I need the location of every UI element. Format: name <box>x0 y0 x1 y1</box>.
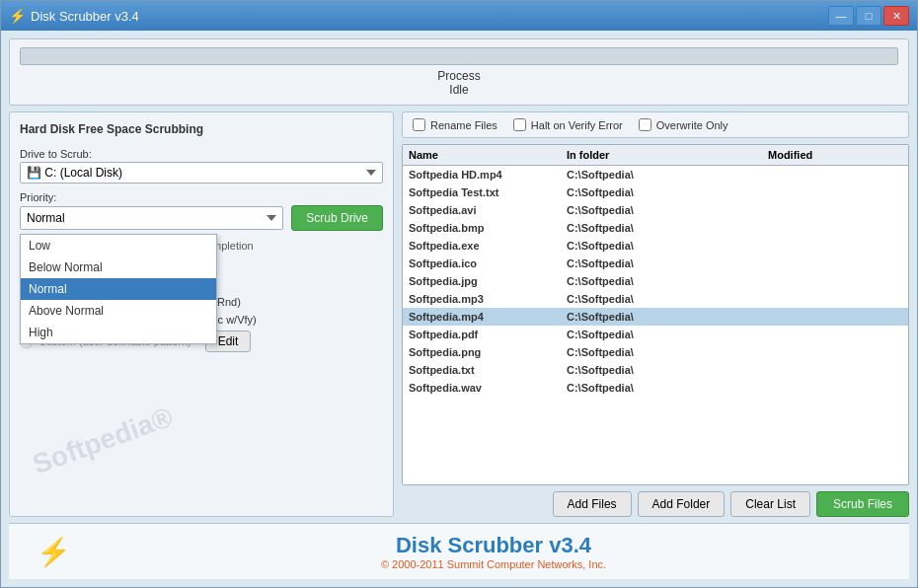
col-header-folder: In folder <box>567 149 768 161</box>
file-actions-row: Add Files Add Folder Clear List Scrub Fi… <box>402 491 909 517</box>
table-row[interactable]: Softpedia.exeC:\Softpedia\ <box>403 237 908 255</box>
table-row[interactable]: Softpedia.jpgC:\Softpedia\ <box>403 272 908 290</box>
col-header-scroll <box>886 149 902 161</box>
table-row[interactable]: Softpedia.pngC:\Softpedia\ <box>403 343 908 361</box>
app-icon: ⚡ <box>9 8 25 24</box>
col-header-name: Name <box>409 149 567 161</box>
window-body: Process Idle Hard Disk Free Space Scrubb… <box>1 31 917 587</box>
halt-verify-checkbox[interactable] <box>513 118 526 131</box>
drive-label: Drive to Scrub: <box>20 148 383 160</box>
priority-select-wrapper: Normal Low Below Normal Normal Above Nor… <box>20 206 283 230</box>
priority-row: Normal Low Below Normal Normal Above Nor… <box>20 205 383 231</box>
watermark: Softpedia® <box>29 402 177 481</box>
drive-select[interactable]: 💾 C: (Local Disk) <box>20 162 383 184</box>
priority-option-high[interactable]: High <box>21 322 216 343</box>
footer: ⚡ Disk Scrubber v3.4 © 2000-2011 Summit … <box>9 523 909 579</box>
file-list-body[interactable]: Softpedia HD.mp4C:\Softpedia\ Softpedia … <box>403 166 908 484</box>
table-row[interactable]: Softpedia.icoC:\Softpedia\ <box>403 255 908 272</box>
panel-title: Hard Disk Free Space Scrubbing <box>20 122 383 136</box>
priority-label: Priority: <box>20 191 383 203</box>
minimize-button[interactable]: — <box>828 6 854 26</box>
main-content: Hard Disk Free Space Scrubbing Drive to … <box>9 111 909 517</box>
right-panel: Rename Files Halt on Verify Error Overwr… <box>402 111 909 517</box>
window-title: Disk Scrubber v3.4 <box>31 9 139 24</box>
priority-dropdown[interactable]: Low Below Normal Normal Above Normal Hig… <box>20 234 217 344</box>
maximize-button[interactable]: □ <box>856 6 881 26</box>
scrub-files-button[interactable]: Scrub Files <box>816 491 909 517</box>
overwrite-only-label[interactable]: Overwrite Only <box>639 118 728 131</box>
priority-option-above-normal[interactable]: Above Normal <box>21 300 216 322</box>
table-row[interactable]: Softpedia Test.txtC:\Softpedia\ <box>403 184 908 201</box>
file-list-header: Name In folder Modified <box>403 145 908 166</box>
progress-bar-outer <box>20 47 898 65</box>
priority-section: Priority: Normal Low Below Normal Normal <box>20 191 383 231</box>
main-window: ⚡ Disk Scrubber v3.4 — □ ✕ Process Idle … <box>0 0 918 588</box>
add-files-button[interactable]: Add Files <box>553 491 632 517</box>
priority-option-low[interactable]: Low <box>21 235 216 257</box>
table-row[interactable]: Softpedia.mp4C:\Softpedia\ <box>403 308 908 326</box>
clear-list-button[interactable]: Clear List <box>730 491 810 517</box>
priority-select[interactable]: Normal <box>20 206 283 230</box>
footer-title: Disk Scrubber v3.4 <box>396 533 591 558</box>
table-row[interactable]: Softpedia.wavC:\Softpedia\ <box>403 379 908 397</box>
halt-verify-label[interactable]: Halt on Verify Error <box>513 118 623 131</box>
file-list-area: Name In folder Modified Softpedia HD.mp4… <box>402 144 909 485</box>
title-bar: ⚡ Disk Scrubber v3.4 — □ ✕ <box>1 1 917 31</box>
table-row[interactable]: Softpedia HD.mp4C:\Softpedia\ <box>403 166 908 184</box>
priority-option-normal[interactable]: Normal <box>21 278 216 300</box>
footer-copyright: © 2000-2011 Summit Computer Networks, In… <box>381 558 606 570</box>
rename-files-checkbox[interactable] <box>413 118 425 131</box>
process-status: Process Idle <box>20 69 898 97</box>
file-options-row: Rename Files Halt on Verify Error Overwr… <box>402 111 909 138</box>
priority-option-below-normal[interactable]: Below Normal <box>21 257 216 278</box>
title-bar-controls: — □ ✕ <box>828 6 909 26</box>
close-button[interactable]: ✕ <box>883 6 909 26</box>
drive-section: Drive to Scrub: 💾 C: (Local Disk) <box>20 148 383 184</box>
table-row[interactable]: Softpedia.pdfC:\Softpedia\ <box>403 326 908 343</box>
footer-logo: ⚡ <box>29 532 78 571</box>
left-panel: Hard Disk Free Space Scrubbing Drive to … <box>9 111 394 517</box>
progress-area: Process Idle <box>9 38 909 106</box>
overwrite-only-checkbox[interactable] <box>639 118 651 131</box>
title-bar-left: ⚡ Disk Scrubber v3.4 <box>9 8 139 24</box>
rename-files-label[interactable]: Rename Files <box>413 118 497 131</box>
table-row[interactable]: Softpedia.aviC:\Softpedia\ <box>403 201 908 219</box>
footer-text: Disk Scrubber v3.4 © 2000-2011 Summit Co… <box>98 533 889 570</box>
col-header-modified: Modified <box>768 149 886 161</box>
table-row[interactable]: Softpedia.txtC:\Softpedia\ <box>403 361 908 379</box>
table-row[interactable]: Softpedia.bmpC:\Softpedia\ <box>403 219 908 237</box>
scrub-drive-button[interactable]: Scrub Drive <box>291 205 383 231</box>
table-row[interactable]: Softpedia.mp3C:\Softpedia\ <box>403 290 908 308</box>
add-folder-button[interactable]: Add Folder <box>638 491 726 517</box>
